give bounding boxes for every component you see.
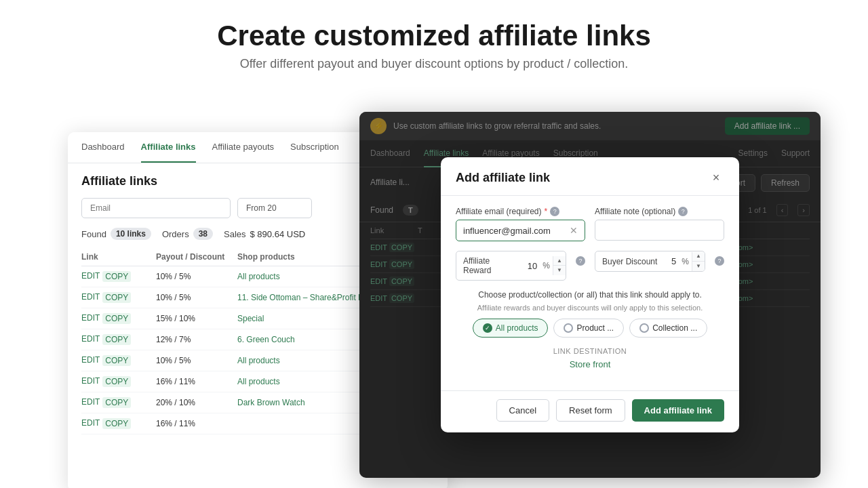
orders-stat: Orders 38 [162,228,213,240]
sales-stat: Sales $ 890.64 USD [224,229,305,239]
edit-button[interactable]: EDIT [81,376,100,387]
collection-filter-button[interactable]: Collection ... [629,319,707,338]
email-note-row: Affiliate email (required) * ? influence… [456,207,724,241]
discount-help-icon[interactable]: ? [715,256,724,266]
reset-form-button[interactable]: Reset form [556,399,625,422]
reward-label: Affiliate Reward [456,251,525,280]
required-indicator: * [545,207,548,216]
edit-button[interactable]: EDIT [81,355,100,366]
email-form-group: Affiliate email (required) * ? influence… [456,207,585,241]
discount-increment-button[interactable]: ▲ [692,252,705,262]
all-products-button[interactable]: ✓ All products [473,319,549,338]
date-filter-input[interactable] [237,198,312,218]
copy-button[interactable]: COPY [102,397,131,408]
copy-button[interactable]: COPY [102,334,131,345]
payout-value: 15% / 10% [156,314,237,323]
reward-help-icon[interactable]: ? [576,256,585,266]
modal-title: Add affiliate link [456,171,550,185]
reward-value: 10 [525,256,540,276]
product-filter-button[interactable]: Product ... [553,319,624,338]
copy-button[interactable]: COPY [102,271,131,282]
modal-body: Affiliate email (required) * ? influence… [441,196,739,390]
copy-button[interactable]: COPY [102,418,131,429]
modal-overlay: Add affiliate link × Affiliate email (re… [359,112,821,478]
reward-decrement-button[interactable]: ▼ [553,266,566,275]
row-actions: EDIT COPY [81,376,156,387]
edit-button[interactable]: EDIT [81,313,100,324]
sales-label: Sales [224,229,246,239]
main-subtitle: Offer different payout and buyer discoun… [14,57,854,71]
row-actions: EDIT COPY [81,292,156,303]
main-title: Create customized affiliate links [14,20,854,52]
add-affiliate-link-modal: Add affiliate link × Affiliate email (re… [441,157,739,432]
email-help-icon[interactable]: ? [550,207,559,216]
col-link: Link [81,252,156,262]
found-stat: Found 10 links [81,228,151,240]
product-section-text: Choose product/collection (or all) that … [456,290,724,300]
product-radio-icon [564,323,573,333]
note-help-icon[interactable]: ? [678,207,688,216]
found-label: Found [81,229,106,239]
page-header: Create customized affiliate links Offer … [0,0,868,85]
edit-button[interactable]: EDIT [81,397,100,408]
edit-button[interactable]: EDIT [81,334,100,345]
add-affiliate-link-submit-button[interactable]: Add affiliate link [632,399,724,422]
reward-increment-button[interactable]: ▲ [553,256,566,266]
email-search-input[interactable] [81,198,231,218]
discount-form-group: Buyer Discount 5 % ▲ ▼ [595,251,705,281]
payout-value: 20% / 10% [156,398,237,407]
row-actions: EDIT COPY [81,418,156,429]
discount-label: Buyer Discount [595,252,669,271]
found-count: 10 links [111,228,151,240]
modal-footer: Cancel Reset form Add affiliate link [441,390,739,432]
cancel-button[interactable]: Cancel [496,399,549,422]
product-selection-section: Choose product/collection (or all) that … [456,290,724,338]
nav-payouts[interactable]: Affiliate payouts [212,132,275,163]
edit-button[interactable]: EDIT [81,418,100,429]
modal-close-button[interactable]: × [708,169,724,186]
row-actions: EDIT COPY [81,313,156,324]
copy-button[interactable]: COPY [102,292,131,303]
discount-decrement-button[interactable]: ▼ [692,262,705,271]
col-payout: Payout / Discount [156,252,237,262]
payout-value: 10% / 5% [156,356,237,365]
note-form-group: Affiliate note (optional) ? [595,207,724,241]
reward-suffix: % [540,256,553,275]
email-label: Affiliate email (required) * ? [456,207,585,216]
nav-affiliate-links[interactable]: Affiliate links [141,132,196,163]
discount-number-field: Buyer Discount 5 % ▲ ▼ [595,251,705,272]
note-input[interactable] [595,220,724,241]
reward-discount-row: Affiliate Reward 10 % ▲ ▼ ? Buyer Disc [456,251,724,281]
email-input-wrapper: influencer@gmail.com ✕ [456,220,585,241]
link-destination-section: LINK DESTINATION Store front [456,347,724,370]
all-products-check-icon: ✓ [483,323,492,333]
modal-header: Add affiliate link × [441,157,739,196]
row-actions: EDIT COPY [81,334,156,345]
payout-value: 10% / 5% [156,293,237,302]
copy-button[interactable]: COPY [102,376,131,387]
product-type-buttons: ✓ All products Product ... Collection ..… [456,319,724,338]
copy-button[interactable]: COPY [102,313,131,324]
clear-email-icon[interactable]: ✕ [570,225,578,236]
discount-suffix: % [679,252,692,271]
link-dest-label: LINK DESTINATION [456,347,724,355]
reward-number-field: Affiliate Reward 10 % ▲ ▼ [456,251,566,281]
row-actions: EDIT COPY [81,271,156,282]
discount-value: 5 [669,251,679,271]
row-actions: EDIT COPY [81,355,156,366]
nav-subscription[interactable]: Subscription [290,132,339,163]
orders-label: Orders [162,229,189,239]
copy-button[interactable]: COPY [102,355,131,366]
row-actions: EDIT COPY [81,397,156,408]
link-dest-value[interactable]: Store front [570,359,611,369]
panels-container: Dashboard Affiliate links Affiliate payo… [68,112,868,488]
payout-value: 10% / 5% [156,272,237,281]
nav-dashboard[interactable]: Dashboard [81,132,125,163]
reward-form-group: Affiliate Reward 10 % ▲ ▼ [456,251,566,281]
payout-value: 16% / 11% [156,419,237,428]
collection-radio-icon [639,323,649,333]
edit-button[interactable]: EDIT [81,292,100,303]
payout-value: 12% / 7% [156,335,237,344]
payout-value: 16% / 11% [156,377,237,386]
edit-button[interactable]: EDIT [81,271,100,282]
